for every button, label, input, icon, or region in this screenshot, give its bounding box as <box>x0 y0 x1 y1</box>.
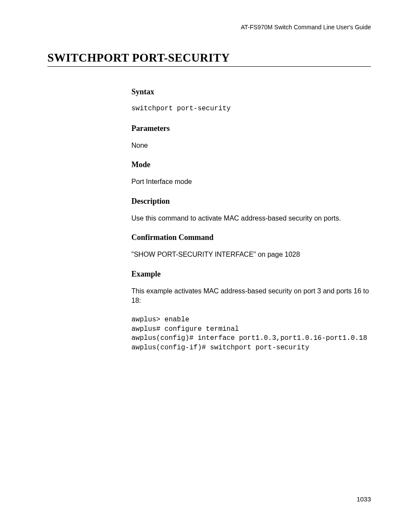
parameters-heading: Parameters <box>131 124 371 133</box>
example-heading: Example <box>131 270 371 279</box>
syntax-content: switchport port-security <box>131 104 371 114</box>
content-area: Syntax switchport port-security Paramete… <box>131 87 371 353</box>
mode-content: Port Interface mode <box>131 177 371 187</box>
example-intro: This example activates MAC address-based… <box>131 286 371 305</box>
syntax-heading: Syntax <box>131 87 371 96</box>
parameters-content: None <box>131 141 371 150</box>
header-guide-title: AT-FS970M Switch Command Line User's Gui… <box>47 24 371 31</box>
confirmation-content: "SHOW PORT-SECURITY INTERFACE" on page 1… <box>131 250 371 259</box>
confirmation-heading: Confirmation Command <box>131 233 371 242</box>
description-heading: Description <box>131 197 371 206</box>
example-code: awplus> enable awplus# configure termina… <box>131 315 371 352</box>
page-container: AT-FS970M Switch Command Line User's Gui… <box>0 0 411 353</box>
command-title: SWITCHPORT PORT-SECURITY <box>47 51 371 67</box>
mode-heading: Mode <box>131 160 371 169</box>
page-number: 1033 <box>357 495 371 503</box>
description-content: Use this command to activate MAC address… <box>131 214 371 223</box>
